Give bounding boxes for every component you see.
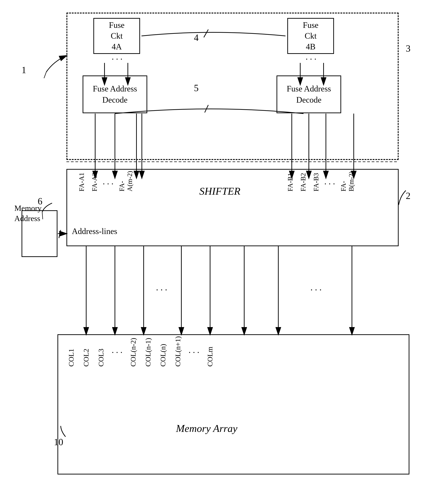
label-4: 4: [194, 32, 199, 43]
svg-text:· · ·: · · ·: [311, 285, 322, 295]
coln-label: COL(n): [159, 338, 167, 367]
col3-label: COL3: [97, 338, 105, 367]
fuse-addr-decode-b-box: Fuse AddressDecode: [276, 76, 341, 113]
fa-a1-label: FA-A1: [78, 170, 85, 191]
fa-am2-label: FA-A(m-2): [118, 170, 134, 191]
svg-line-20: [59, 230, 61, 238]
label-10: 10: [54, 437, 63, 447]
svg-text:· · ·: · · ·: [156, 285, 167, 295]
fuse-ckt-4a-box: FuseCkt4A: [93, 18, 140, 54]
coln1-label: COL(n-1): [144, 338, 152, 367]
memory-array-label: Memory Array: [176, 422, 237, 434]
col1-label: COL1: [67, 338, 75, 367]
fa-b1-label: FA-B1: [286, 170, 294, 191]
fuse-addr-decode-a-box: Fuse AddressDecode: [82, 76, 147, 113]
colnp1-label: COL(n+1): [174, 338, 182, 367]
fa-a2-label: FA-A2: [91, 170, 98, 191]
label-2: 2: [406, 190, 411, 201]
fa-b2-label: FA-B2: [299, 170, 307, 191]
col2-label: COL2: [82, 338, 90, 367]
label-6: 6: [38, 196, 42, 207]
memory-address-text: MemoryAddress: [14, 203, 42, 224]
svg-line-31: [44, 72, 46, 78]
label-5: 5: [194, 83, 199, 93]
coln2-label: COL(n-2): [129, 338, 137, 367]
label-3: 3: [406, 43, 411, 54]
fa-b3-label: FA-B3: [312, 170, 320, 191]
fa-bm2-label: FA-B(m-2): [339, 170, 355, 191]
label-1: 1: [22, 65, 26, 75]
fuse-ckt-4b-box: FuseCkt4B: [287, 18, 334, 54]
shifter-label: SHIFTER: [199, 185, 240, 197]
address-lines-label: Address-lines: [72, 227, 117, 236]
colm-label: COLm: [206, 338, 214, 367]
